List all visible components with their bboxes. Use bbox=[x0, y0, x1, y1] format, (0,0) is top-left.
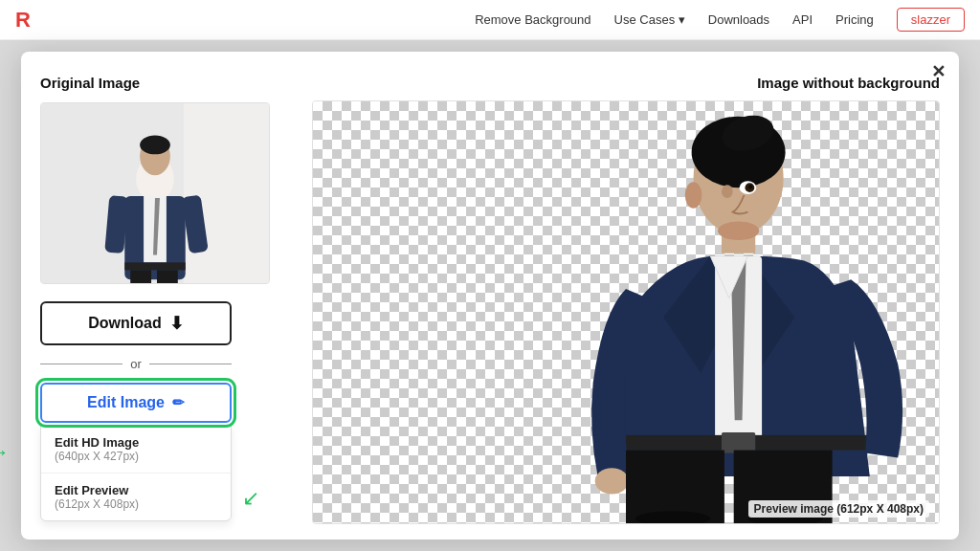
green-curved-arrow-icon: ↙ bbox=[242, 486, 259, 511]
green-arrow-icon: → bbox=[0, 440, 10, 465]
svg-point-4 bbox=[140, 136, 170, 155]
modal: ✕ Original Image bbox=[21, 52, 959, 540]
svg-rect-12 bbox=[157, 270, 178, 283]
modal-overlay: ✕ Original Image bbox=[0, 40, 980, 551]
edit-image-dropdown: Edit HD Image (640px X 427px) Edit Previ… bbox=[40, 425, 232, 521]
edit-preview-title: Edit Preview bbox=[55, 483, 217, 497]
edit-hd-option[interactable]: Edit HD Image (640px X 427px) bbox=[41, 426, 231, 474]
navbar: R Remove Background Use Cases Downloads … bbox=[0, 0, 980, 40]
logo: R bbox=[15, 8, 31, 33]
or-divider: or bbox=[40, 357, 232, 371]
original-image-container bbox=[40, 102, 270, 284]
edit-image-wrapper: → Edit Image ✏ Edit HD Image (640px X 42… bbox=[40, 383, 232, 521]
download-button[interactable]: Download ⬇ bbox=[40, 301, 232, 345]
edit-image-label: Edit Image bbox=[87, 394, 165, 411]
nav-links: Remove Background Use Cases Downloads AP… bbox=[475, 8, 965, 32]
svg-rect-10 bbox=[124, 262, 185, 270]
svg-point-31 bbox=[718, 221, 759, 240]
preview-caption: Preview image (612px X 408px) bbox=[748, 500, 929, 518]
edit-hd-sub: (640px X 427px) bbox=[55, 450, 217, 463]
left-panel: Original Image bbox=[40, 75, 289, 524]
svg-point-17 bbox=[722, 185, 733, 198]
or-text: or bbox=[130, 357, 142, 371]
close-button[interactable]: ✕ bbox=[931, 61, 946, 82]
signup-button[interactable]: slazzer bbox=[897, 8, 965, 32]
svg-point-23 bbox=[595, 468, 629, 494]
edit-hd-title: Edit HD Image bbox=[55, 435, 217, 450]
image-without-bg-title: Image without background bbox=[312, 75, 940, 91]
svg-rect-11 bbox=[130, 270, 151, 283]
original-image-svg bbox=[41, 102, 269, 284]
or-line-left bbox=[40, 364, 122, 364]
result-image-container: Preview image (612px X 408px) bbox=[312, 100, 940, 524]
nav-pricing[interactable]: Pricing bbox=[835, 12, 874, 27]
nav-use-cases[interactable]: Use Cases bbox=[614, 12, 685, 27]
original-image-title: Original Image bbox=[40, 75, 140, 91]
nav-api[interactable]: API bbox=[792, 12, 813, 27]
or-line-right bbox=[149, 364, 232, 364]
svg-point-18 bbox=[685, 182, 702, 208]
right-panel: Image without background bbox=[312, 75, 940, 524]
svg-rect-22 bbox=[722, 432, 755, 453]
edit-preview-sub: (612px X 408px) bbox=[55, 497, 217, 511]
checkerboard-bg bbox=[313, 101, 939, 523]
svg-point-30 bbox=[748, 185, 752, 188]
pencil-icon: ✏ bbox=[172, 394, 185, 411]
result-image-svg bbox=[313, 101, 939, 523]
edit-preview-option[interactable]: Edit Preview (612px X 408px) ↙ bbox=[41, 474, 231, 520]
download-icon: ⬇ bbox=[169, 313, 184, 334]
nav-downloads[interactable]: Downloads bbox=[708, 12, 769, 27]
edit-image-button[interactable]: Edit Image ✏ bbox=[40, 383, 232, 423]
download-label: Download bbox=[88, 315, 161, 332]
nav-remove-bg[interactable]: Remove Background bbox=[475, 12, 590, 27]
